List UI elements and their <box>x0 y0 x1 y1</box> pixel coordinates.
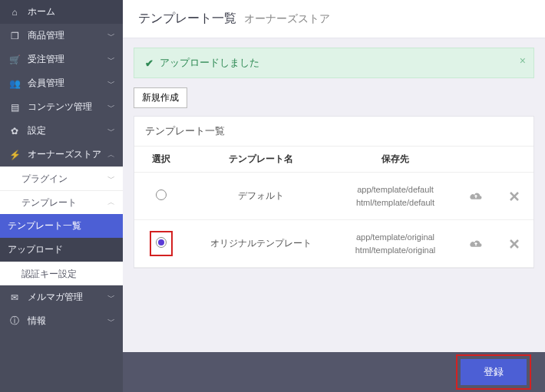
table-row: オリジナルテンプレートapp/template/originalhtml/tem… <box>134 220 533 268</box>
nav-info[interactable]: ⓘ 情報 ﹀ <box>0 309 123 333</box>
check-icon: ✔ <box>145 58 154 69</box>
new-button[interactable]: 新規作成 <box>134 87 187 108</box>
chevron-up-icon: ︿ <box>107 150 115 160</box>
chevron-down-icon: ﹀ <box>107 292 115 303</box>
nav-template-label: テンプレート <box>21 196 107 209</box>
nav-plugin[interactable]: プラグイン ﹀ <box>0 166 123 190</box>
col-select: 選択 <box>134 147 188 173</box>
cell-path: app/template/originalhtml/template/origi… <box>334 220 457 268</box>
nav-template-list[interactable]: テンプレート一覧 <box>0 214 123 238</box>
nav-upload[interactable]: アップロード <box>0 238 123 262</box>
delete-icon[interactable] <box>510 237 519 250</box>
nav-mailmag-label: メルマガ管理 <box>28 291 107 304</box>
plug-icon: ⚡ <box>8 150 21 160</box>
page-header: テンプレート一覧 オーナーズストア <box>123 0 545 38</box>
chevron-down-icon: ﹀ <box>107 78 115 89</box>
nav-info-label: 情報 <box>28 315 107 328</box>
users-icon: 👥 <box>8 78 21 89</box>
page-subtitle: オーナーズストア <box>244 12 330 25</box>
panel-title: テンプレート一覧 <box>134 117 533 146</box>
nav-orders[interactable]: 🛒 受注管理 ﹀ <box>0 48 123 71</box>
delete-icon[interactable] <box>510 189 519 203</box>
nav-settings[interactable]: ✿ 設定 ﹀ <box>0 119 123 143</box>
document-icon: ▤ <box>8 102 21 113</box>
nav-home-label: ホーム <box>28 5 115 18</box>
home-icon: ⌂ <box>8 7 21 18</box>
nav-template-list-label: テンプレート一覧 <box>8 219 115 232</box>
chevron-up-icon: ︿ <box>107 197 115 208</box>
nav-template[interactable]: テンプレート ︿ <box>0 190 123 214</box>
cell-path: app/template/defaulthtml/template/defaul… <box>334 173 457 220</box>
nav-products-label: 商品管理 <box>28 29 107 42</box>
nav-contents-label: コンテンツ管理 <box>28 100 107 114</box>
mail-icon: ✉ <box>8 292 21 303</box>
close-icon[interactable]: × <box>520 54 526 67</box>
chevron-down-icon: ﹀ <box>107 126 115 137</box>
nav-plugin-label: プラグイン <box>21 173 107 186</box>
template-panel: テンプレート一覧 選択 テンプレート名 保存先 デフォルトapp/templat… <box>134 116 534 268</box>
nav-orders-label: 受注管理 <box>28 53 107 66</box>
nav-upload-label: アップロード <box>8 243 115 256</box>
nav-settings-label: 設定 <box>28 124 107 137</box>
gear-icon: ✿ <box>8 126 21 137</box>
chevron-down-icon: ﹀ <box>107 102 115 113</box>
nav-members[interactable]: 👥 会員管理 ﹀ <box>0 71 123 95</box>
alert-success: ✔ アップロードしました × <box>134 48 534 78</box>
cube-icon: ❒ <box>8 31 21 41</box>
main: テンプレート一覧 オーナーズストア ✔ アップロードしました × 新規作成 テン… <box>123 0 545 392</box>
nav-authkey[interactable]: 認証キー設定 <box>0 262 123 285</box>
col-name: テンプレート名 <box>188 147 334 173</box>
chevron-down-icon: ﹀ <box>107 173 115 184</box>
radio-select[interactable] <box>156 237 167 248</box>
nav-home[interactable]: ⌂ ホーム <box>0 0 123 24</box>
cart-icon: 🛒 <box>8 54 21 65</box>
template-table: 選択 テンプレート名 保存先 デフォルトapp/template/default… <box>134 146 533 268</box>
cell-name: オリジナルテンプレート <box>188 220 334 268</box>
chevron-down-icon: ﹀ <box>107 54 115 65</box>
nav-members-label: 会員管理 <box>28 77 107 90</box>
col-path: 保存先 <box>334 147 457 173</box>
nav-authkey-label: 認証キー設定 <box>21 268 115 281</box>
chevron-down-icon: ﹀ <box>107 316 115 327</box>
footer-bar: 登録 <box>123 352 545 392</box>
radio-select[interactable] <box>156 189 167 200</box>
chevron-down-icon: ﹀ <box>107 31 115 41</box>
download-icon[interactable] <box>469 237 483 250</box>
table-row: デフォルトapp/template/defaulthtml/template/d… <box>134 173 533 220</box>
nav-owners-label: オーナーズストア <box>28 148 107 161</box>
download-icon[interactable] <box>469 189 483 203</box>
submit-highlight: 登録 <box>456 354 531 390</box>
page-title: テンプレート一覧 <box>138 12 236 25</box>
nav-mailmag[interactable]: ✉ メルマガ管理 ﹀ <box>0 285 123 309</box>
alert-message: アップロードしました <box>160 56 259 70</box>
nav-owners[interactable]: ⚡ オーナーズストア ︿ <box>0 143 123 166</box>
info-icon: ⓘ <box>8 315 21 328</box>
sidebar: ⌂ ホーム ❒ 商品管理 ﹀ 🛒 受注管理 ﹀ 👥 会員管理 ﹀ ▤ コンテンツ… <box>0 0 123 392</box>
cell-name: デフォルト <box>188 173 334 220</box>
submit-button[interactable]: 登録 <box>461 359 527 385</box>
nav-contents[interactable]: ▤ コンテンツ管理 ﹀ <box>0 95 123 119</box>
nav-products[interactable]: ❒ 商品管理 ﹀ <box>0 24 123 48</box>
